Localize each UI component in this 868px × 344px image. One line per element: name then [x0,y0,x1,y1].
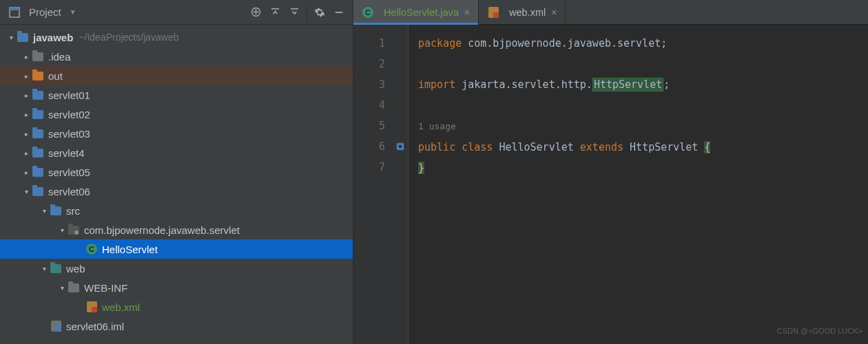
settings-icon[interactable] [310,3,329,22]
chevron-down-icon: ▾ [39,207,50,215]
java-class-icon: C [85,243,98,255]
tree-item-label: HelloServlet [102,244,158,255]
chevron-down-icon: ▾ [56,226,68,234]
tree-item-package[interactable]: ▾ com.bjpowernode.javaweb.servlet [0,220,353,239]
tree-item-label: servlet02 [48,109,90,120]
chevron-right-icon: ▸ [21,72,32,80]
tree-item-label: javaweb [33,32,73,43]
project-sidebar: Project ▼ ▾ j [0,0,353,344]
iml-file-icon [50,320,62,332]
tree-item-label: servlet03 [48,128,90,140]
project-tree[interactable]: ▾ javaweb ~/IdeaProjects/javaweb ▸ .idea… [0,25,353,344]
folder-excluded-icon [32,69,44,82]
tree-item-web[interactable]: ▾ web [0,259,353,278]
collapse-all-icon[interactable] [285,3,304,22]
xml-file-icon [85,301,98,313]
module-icon [32,147,44,159]
chevron-right-icon: ▸ [21,169,32,176]
line-number: 6 [353,136,385,157]
tree-item-module[interactable]: ▸ servlet4 [0,143,353,162]
module-icon [17,31,29,43]
chevron-right-icon: ▸ [21,111,32,118]
tab-label: web.xml [509,7,546,18]
line-number-gutter: 1 2 3 4 5 6 7 [353,25,392,344]
tree-item-label: out [48,70,63,82]
chevron-down-icon: ▾ [21,188,32,195]
editor-tab[interactable]: web.xml × [479,0,566,24]
select-opened-file-icon[interactable] [246,3,265,22]
line-number: 7 [353,157,385,178]
tree-item-label: servlet01 [48,89,90,101]
tree-root[interactable]: ▾ javaweb ~/IdeaProjects/javaweb [0,28,353,47]
editor-tabs: C HelloServlet.java × web.xml × [353,0,868,25]
tree-item-label: .idea [48,51,71,63]
tree-item-webinf[interactable]: ▾ WEB-INF [0,278,353,297]
expand-all-icon[interactable] [265,3,285,22]
line-number: 5 [353,116,385,136]
line-number: 4 [353,95,385,116]
editor[interactable]: 1 2 3 4 5 6 7 package com.bjpowernode.ja… [353,25,868,344]
project-view-selector[interactable]: Project ▼ [4,5,81,20]
chevron-right-icon: ▸ [21,149,32,157]
chevron-down-icon: ▼ [70,8,76,16]
tree-item-label: web [66,263,85,275]
tree-item-iml[interactable]: ▸ servlet06.iml [0,316,353,336]
module-icon [32,108,44,120]
tree-item-src[interactable]: ▾ src [0,201,353,220]
tree-item-idea[interactable]: ▸ .idea [0,47,353,66]
project-toolwindow-header: Project ▼ [0,0,353,25]
module-icon [32,89,44,101]
line-number: 3 [353,74,385,95]
tree-item-module[interactable]: ▸ servlet02 [0,105,353,124]
editor-area: C HelloServlet.java × web.xml × 1 2 3 4 … [353,0,868,344]
chevron-right-icon: ▸ [21,92,32,99]
folder-icon [68,281,80,294]
tree-item-module[interactable]: ▸ servlet03 [0,124,353,143]
tree-item-label: servlet06.iml [66,321,124,332]
tree-item-label: WEB-INF [84,282,127,294]
module-icon [32,127,44,140]
tree-item-path: ~/IdeaProjects/javaweb [79,32,178,43]
override-icon[interactable] [392,136,408,157]
tree-item-label: com.bjpowernode.javaweb.servlet [84,224,240,236]
close-icon[interactable]: × [464,7,470,18]
project-icon [8,6,21,19]
chevron-down-icon: ▾ [39,265,50,272]
xml-file-icon [487,6,499,19]
folder-icon [32,50,44,63]
code-area[interactable]: package com.bjpowernode.javaweb.servlet;… [409,25,868,344]
line-number: 1 [353,33,385,54]
tree-item-class[interactable]: ▸ C HelloServlet [0,239,353,259]
chevron-right-icon: ▸ [21,53,32,61]
line-number: 2 [353,54,385,74]
package-icon [68,224,80,236]
tree-item-webxml[interactable]: ▸ web.xml [0,297,353,316]
tree-item-label: web.xml [102,301,140,313]
tree-item-module[interactable]: ▸ servlet05 [0,162,353,182]
tree-item-label: servlet05 [48,166,90,178]
java-class-icon: C [362,6,374,19]
web-root-icon [50,262,62,275]
tab-label: HelloServlet.java [384,7,459,18]
gutter-icons [392,25,409,344]
tree-item-label: servlet06 [48,186,90,197]
tree-item-module[interactable]: ▾ servlet06 [0,182,353,201]
chevron-down-icon: ▾ [56,284,68,292]
svg-point-9 [398,145,401,148]
chevron-down-icon: ▾ [6,34,17,41]
tree-item-module[interactable]: ▸ servlet01 [0,85,353,105]
project-view-label: Project [29,6,61,18]
module-icon [32,185,44,197]
editor-tab[interactable]: C HelloServlet.java × [353,0,479,24]
hide-icon[interactable] [329,3,349,22]
chevron-right-icon: ▸ [21,130,32,138]
separator [307,5,307,20]
tree-item-label: src [66,205,80,217]
close-icon[interactable]: × [551,7,557,18]
source-root-icon [50,204,62,217]
tree-item-out[interactable]: ▸ out [0,66,353,85]
watermark: CSDN @<GOOD LUCK> [777,321,862,341]
module-icon [32,166,44,178]
svg-rect-1 [10,8,19,10]
tree-item-label: servlet4 [48,147,85,159]
